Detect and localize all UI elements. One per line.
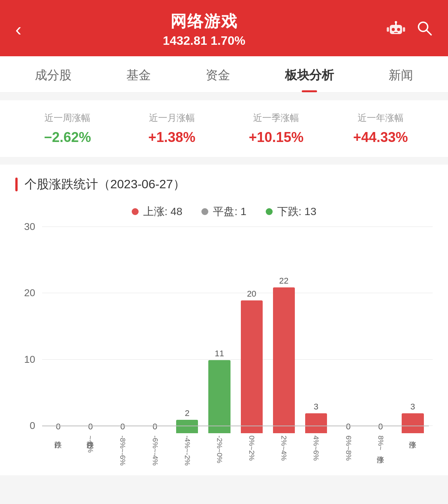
- stat-quarter-value: +10.15%: [224, 129, 329, 145]
- x-label: 涨停: [397, 433, 429, 460]
- bar-value-label: 22: [279, 276, 288, 286]
- x-label-text: -4%~-2%: [183, 435, 191, 459]
- bar-value-label: 0: [378, 422, 383, 432]
- bar-rect: [402, 413, 423, 433]
- legend-dot-down: [266, 208, 273, 215]
- tab-analysis[interactable]: 板块分析: [277, 56, 342, 92]
- x-label-text: 涨停: [408, 435, 418, 459]
- y-axis-label: 30: [15, 221, 38, 233]
- tab-funds[interactable]: 基金: [119, 56, 159, 92]
- x-label: 跌停: [42, 433, 74, 460]
- stat-month-label: 近一月涨幅: [120, 112, 224, 124]
- bar-group: 22: [268, 227, 300, 433]
- bar-group: 0: [74, 227, 106, 433]
- bar-group: 2: [171, 227, 203, 433]
- legend-flat-label: 平盘: 1: [213, 204, 246, 219]
- tab-news[interactable]: 新闻: [381, 56, 421, 92]
- legend-dot-flat: [201, 208, 208, 215]
- bar-rect: [208, 360, 230, 433]
- x-label-text: 2%~4%: [280, 435, 288, 459]
- page-title: 网络游戏: [21, 11, 387, 32]
- x-label-text: 跌停~-8%: [85, 435, 95, 459]
- x-label: 4%~6%: [300, 433, 332, 460]
- x-label-text: 6%~8%: [344, 435, 353, 459]
- header: ‹ 网络游戏 1432.81 1.70%: [0, 0, 448, 56]
- svg-point-5: [395, 21, 397, 23]
- x-label: 跌停~-8%: [74, 433, 106, 460]
- bar-value-label: 3: [314, 402, 318, 412]
- stat-year-label: 近一年涨幅: [329, 112, 433, 124]
- x-label: 0%~2%: [235, 433, 268, 460]
- bar-value-label: 0: [56, 422, 60, 432]
- back-button[interactable]: ‹: [15, 20, 21, 39]
- x-label-text: 0%~2%: [247, 435, 256, 459]
- bar-group: 0: [365, 227, 397, 433]
- x-label: -8%~-6%: [106, 433, 139, 460]
- header-subtitle: 1432.81 1.70%: [21, 34, 387, 48]
- legend-down: 下跌: 13: [266, 204, 317, 219]
- stat-week-label: 近一周涨幅: [15, 112, 120, 124]
- svg-line-9: [427, 30, 431, 35]
- legend-dot-up: [132, 208, 139, 215]
- bar-group: 0: [332, 227, 365, 433]
- baseline: [42, 426, 429, 426]
- x-label-text: -8%~-6%: [118, 435, 127, 459]
- x-label: -2%~0%: [203, 433, 235, 460]
- search-icon[interactable]: [416, 20, 433, 39]
- bar-value-label: 0: [88, 422, 93, 432]
- x-label: -6%~-4%: [139, 433, 171, 460]
- tab-components[interactable]: 成分股: [27, 56, 79, 92]
- bar-group: 3: [397, 227, 429, 433]
- header-center: 网络游戏 1432.81 1.70%: [21, 11, 387, 48]
- y-axis-label: 10: [15, 353, 38, 365]
- bar-value-label: 0: [152, 422, 157, 432]
- bar-group: 0: [106, 227, 139, 433]
- stat-year-value: +44.33%: [329, 129, 433, 145]
- bar-rect: [273, 287, 295, 433]
- chart-area: 3020100000021120223003跌停跌停~-8%-8%~-6%-6%…: [0, 227, 448, 475]
- section-title-text: 个股涨跌统计（2023-06-27）: [25, 176, 185, 193]
- legend-down-label: 下跌: 13: [277, 204, 317, 219]
- bar-rect: [241, 300, 263, 433]
- y-axis-label: 0: [15, 420, 38, 432]
- bar-rect: [305, 413, 327, 433]
- y-axis-label: 20: [15, 287, 38, 299]
- bar-value-label: 0: [346, 422, 351, 432]
- x-label-text: 8%~涨停: [376, 435, 386, 459]
- bar-group: 11: [203, 227, 235, 433]
- section-title-bar: [15, 178, 18, 191]
- stat-month: 近一月涨幅 +1.38%: [120, 112, 224, 145]
- bars-wrapper: 000021120223003: [42, 227, 429, 433]
- robot-icon[interactable]: [387, 20, 405, 39]
- svg-point-2: [397, 28, 400, 31]
- bar-group: 3: [300, 227, 332, 433]
- x-label: 2%~4%: [268, 433, 300, 460]
- stat-month-value: +1.38%: [120, 129, 224, 145]
- x-label: 6%~8%: [332, 433, 365, 460]
- stat-week-value: −2.62%: [15, 129, 120, 145]
- bar-group: 0: [139, 227, 171, 433]
- stats-section: 近一周涨幅 −2.62% 近一月涨幅 +1.38% 近一季涨幅 +10.15% …: [0, 100, 448, 157]
- bar-value-label: 11: [215, 349, 224, 359]
- svg-rect-3: [394, 32, 398, 33]
- stat-quarter: 近一季涨幅 +10.15%: [224, 112, 329, 145]
- bar-value-label: 3: [410, 402, 415, 412]
- stat-quarter-label: 近一季涨幅: [224, 112, 329, 124]
- bar-value-label: 0: [120, 422, 125, 432]
- bar-value-label: 2: [185, 408, 190, 418]
- legend-up: 上涨: 48: [132, 204, 183, 219]
- tab-capital[interactable]: 资金: [198, 56, 238, 92]
- bar-rect: [176, 420, 198, 433]
- x-label: -4%~-2%: [171, 433, 203, 460]
- x-label-text: -6%~-4%: [151, 435, 159, 459]
- bar-group: 20: [235, 227, 268, 433]
- chart-legend: 上涨: 48 平盘: 1 下跌: 13: [0, 201, 448, 227]
- legend-up-label: 上涨: 48: [143, 204, 183, 219]
- x-label-text: 跌停: [53, 435, 63, 459]
- svg-point-1: [392, 28, 395, 31]
- chart-container: 3020100000021120223003跌停跌停~-8%-8%~-6%-6%…: [15, 227, 433, 460]
- svg-rect-6: [387, 27, 389, 32]
- legend-flat: 平盘: 1: [201, 204, 246, 219]
- svg-rect-7: [403, 27, 405, 32]
- tab-bar: 成分股 基金 资金 板块分析 新闻: [0, 56, 448, 93]
